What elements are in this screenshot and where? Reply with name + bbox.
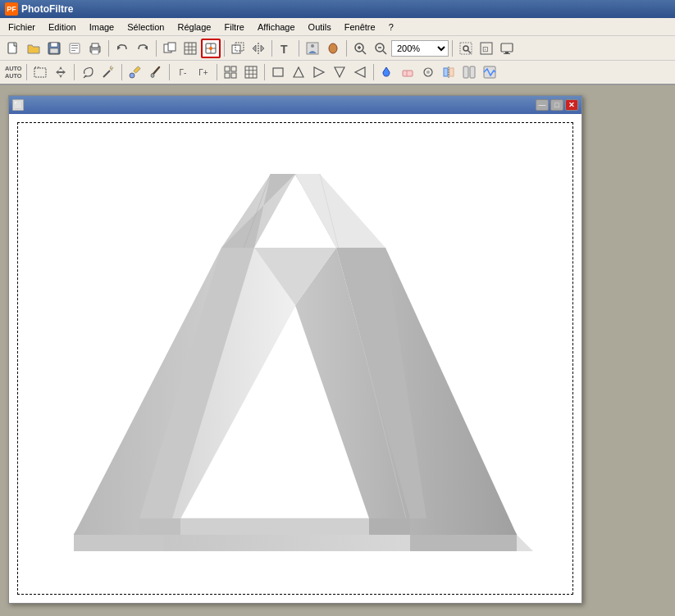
tools2-btn[interactable] [459, 62, 479, 82]
tube-btn[interactable] [323, 39, 343, 58]
svg-rect-78 [444, 68, 448, 76]
select-rect-btn[interactable] [30, 62, 50, 82]
grid3-btn[interactable] [241, 62, 261, 82]
menu-outils[interactable]: Outils [302, 21, 338, 34]
svg-rect-9 [92, 43, 98, 48]
sep2-7 [373, 64, 374, 80]
menu-edition[interactable]: Edition [42, 21, 83, 34]
svg-marker-73 [355, 67, 365, 77]
svg-rect-82 [470, 66, 475, 78]
sep2-2 [74, 64, 75, 80]
svg-text:T: T [280, 43, 288, 55]
svg-marker-71 [314, 67, 324, 77]
sep2-4 [169, 64, 170, 80]
move-btn[interactable] [51, 62, 71, 82]
app-title-bar: PF PhotoFiltre [0, 0, 675, 18]
svg-rect-6 [71, 48, 78, 48]
grid2-btn[interactable] [221, 62, 240, 82]
svg-marker-55 [110, 66, 113, 71]
tri2-btn[interactable] [309, 62, 329, 82]
eraser-btn[interactable] [398, 62, 417, 82]
canvas-area: ⬜ — □ ✕ [0, 87, 675, 616]
open-button[interactable] [24, 39, 43, 58]
paint-brush-btn[interactable] [146, 62, 166, 82]
tri1-btn[interactable] [289, 62, 308, 82]
paint-bucket-btn[interactable] [377, 62, 397, 82]
svg-marker-102 [139, 518, 180, 535]
svg-marker-53 [56, 66, 66, 78]
svg-line-58 [153, 67, 159, 74]
gamma-plus-btn[interactable]: Γ+ [194, 62, 213, 82]
separator-7 [452, 40, 453, 57]
effect1-btn[interactable] [418, 62, 438, 82]
sep2-6 [264, 64, 265, 80]
menu-fenetre[interactable]: Fenêtre [338, 21, 382, 34]
rect-sel-btn[interactable] [268, 62, 288, 82]
lasso-btn[interactable] [78, 62, 98, 82]
menu-affichage[interactable]: Affichage [251, 21, 302, 34]
fill-btn[interactable] [303, 39, 322, 58]
svg-line-54 [103, 71, 110, 77]
magic-wand-btn[interactable] [98, 62, 118, 82]
color-picker-btn[interactable] [125, 62, 145, 82]
svg-line-42 [467, 50, 471, 53]
doc-maximize-btn[interactable]: □ [550, 99, 563, 111]
tri3-btn[interactable] [330, 62, 349, 82]
svg-rect-2 [51, 43, 57, 47]
undo-button[interactable] [112, 39, 132, 58]
resize-button[interactable] [228, 39, 248, 58]
svg-rect-79 [449, 68, 454, 76]
zoom-out-button[interactable] [371, 39, 390, 58]
app-title: PhotoFiltre [21, 3, 73, 15]
svg-marker-27 [253, 45, 256, 52]
separator-2 [156, 40, 157, 57]
grid-button[interactable] [180, 39, 200, 58]
doc-canvas [9, 114, 582, 603]
svg-point-59 [151, 74, 154, 78]
new-button[interactable] [3, 39, 23, 58]
menu-image[interactable]: Image [83, 21, 121, 34]
svg-rect-50 [34, 68, 46, 77]
doc-minimize-btn[interactable]: — [536, 99, 549, 111]
app-icon: PF [5, 2, 18, 16]
svg-text:AUTO: AUTO [5, 65, 22, 72]
print-button[interactable] [85, 39, 105, 58]
sep2-3 [121, 64, 122, 80]
zoom-in-button[interactable] [350, 39, 370, 58]
menu-fichier[interactable]: Fichier [2, 21, 42, 34]
tools3-btn[interactable] [480, 62, 499, 82]
menu-selection[interactable]: Sélection [121, 21, 171, 34]
paste-transform-button[interactable] [201, 39, 221, 58]
menu-reglage[interactable]: Réglage [171, 21, 218, 34]
svg-rect-46 [505, 52, 509, 53]
svg-rect-14 [168, 43, 176, 51]
separator-4 [271, 40, 272, 57]
zoom-select[interactable]: 25% 50% 75% 100% 150% 200% 300% 400% [391, 40, 449, 57]
svg-line-34 [363, 51, 366, 54]
mirror-btn[interactable] [439, 62, 458, 82]
auto-zoom-btn[interactable]: AUTOAUTO [3, 62, 23, 82]
svg-rect-81 [463, 66, 468, 78]
gamma-minus-btn[interactable]: Γ- [173, 62, 193, 82]
svg-rect-15 [185, 43, 196, 54]
copy-rect-button[interactable] [160, 39, 180, 58]
save-button[interactable] [44, 39, 64, 58]
print-setup-button[interactable] [65, 39, 84, 58]
svg-marker-70 [294, 67, 303, 77]
menu-filtre[interactable]: Filtre [217, 21, 250, 34]
svg-rect-83 [484, 66, 495, 78]
text-tool-button[interactable]: T [276, 39, 295, 58]
zoom-all-button[interactable]: ⊡ [477, 39, 496, 58]
svg-rect-3 [50, 48, 58, 53]
svg-rect-64 [245, 66, 257, 78]
redo-button[interactable] [133, 39, 153, 58]
svg-marker-103 [369, 518, 410, 535]
tri4-btn[interactable] [350, 62, 370, 82]
screen-button[interactable] [497, 39, 517, 58]
doc-close-btn[interactable]: ✕ [565, 99, 578, 111]
flip-button[interactable] [249, 39, 268, 58]
menu-help[interactable]: ? [382, 21, 400, 34]
svg-point-77 [426, 71, 430, 74]
svg-rect-7 [71, 50, 75, 51]
zoom-rect-button[interactable] [456, 39, 476, 58]
